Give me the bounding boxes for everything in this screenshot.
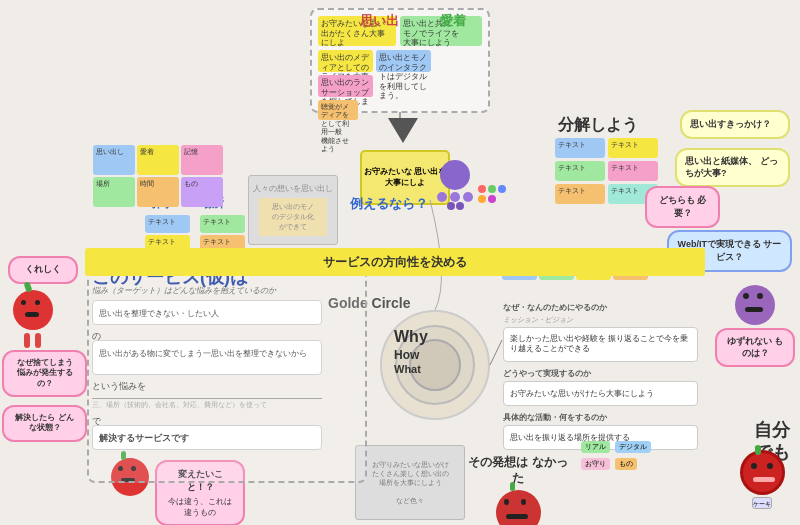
s4: テキスト: [200, 215, 245, 233]
callout-kaiketsu: 解決したら どんな状態？: [2, 405, 87, 442]
sticky-top4: 聴覚がメディアをとして利用一般機能させよう: [318, 100, 358, 120]
tag-mono: もの: [615, 458, 637, 470]
callout-dochiramo: どちらも 必要？: [645, 186, 720, 228]
sb3: テキスト: [555, 161, 605, 181]
sticky-top1: 思い出のメディアとしてのライフを大事: [318, 50, 373, 72]
left-stickies-cluster: 思い出し 愛着 記憶 場所 時間 もの: [93, 145, 233, 207]
naze-label: なぜ捨てしまう 悩みが発生するの？: [17, 358, 73, 388]
arrow-down: [388, 118, 418, 143]
yuzu-text: ゆずれない ものは？: [727, 336, 784, 358]
svg-line-1: [490, 340, 502, 365]
why-mission: ミッション・ビジョン: [503, 315, 703, 325]
how-q2: どうやって実現するのか: [503, 368, 703, 379]
ls5: 時間: [137, 177, 179, 207]
aicha-label: 愛着: [440, 12, 466, 30]
why-label: Why: [394, 328, 428, 346]
tag-omamori: お守り: [581, 458, 610, 470]
yuzurenai-callout: ゆずれない ものは？: [715, 328, 795, 367]
ls4: 場所: [93, 177, 135, 207]
q3-text: どちらも 必要？: [659, 195, 707, 218]
ls3: 記憶: [181, 145, 223, 175]
sb2: テキスト: [608, 138, 658, 158]
service-banner: サービスの方向性を決める: [85, 248, 705, 276]
yuzurenai-area: ゆずれない ものは？: [715, 285, 795, 367]
s1: テキスト: [145, 215, 190, 233]
bottom-title: その発想は なかった: [468, 455, 567, 485]
banner-text: サービスの方向性を決める: [323, 254, 467, 271]
sticky-top2: 思い出とモノのインタラクトはデジタルを利用してしまう。: [376, 50, 431, 72]
ls6: もの: [181, 177, 223, 207]
omoide-label: 思い出: [360, 12, 399, 30]
sonohassoha-text: その発想は なかった: [468, 455, 568, 486]
q1-text: 思い出すきっかけ？: [690, 119, 771, 129]
what-q3: 具体的な活動・何をするのか: [503, 412, 703, 423]
sonohassoha-area: その発想は なかった: [468, 455, 568, 525]
how-ans-text: お守みたいな思いがけたら大事にしよう: [510, 389, 654, 398]
bottom-photo: お守りみたいな思いがけたくさん楽しく想い出の場所を大事にしようなど色々: [355, 445, 465, 520]
what-label: What: [394, 363, 421, 375]
kaetai-sub: 今は違う、これは違うもの: [165, 496, 235, 518]
callout-omoide-media: 思い出と紙媒体、 どっちが大事?: [675, 148, 790, 187]
why-ans-text: 楽しかった思い出や経験を 振り返ることで今を乗り越えることができる: [510, 334, 688, 353]
callout-naze: なぜ捨てしまう 悩みが発生するの？: [2, 350, 87, 397]
tag-real: リアル: [581, 441, 610, 453]
why-answer: 楽しかった思い出や経験を 振り返ることで今を乗り越えることができる: [503, 327, 698, 362]
image-placeholder: 人々の想いを思い出し 思い出のモノのデジタル化ができて: [248, 175, 338, 245]
tag-digital: デジタル: [615, 441, 651, 453]
character-tomato-left: [5, 290, 60, 350]
why-q1: なぜ・なんのためにやるのか: [503, 302, 703, 313]
ls2: 愛着: [137, 145, 179, 175]
q2-text: 思い出と紙媒体、 どっちが大事?: [685, 156, 778, 178]
sticky-top3: 思い出のランサーショップを探してしまう。: [318, 75, 373, 97]
sb4: テキスト: [608, 161, 658, 181]
kaiketsu-label: 解決したら どんな状態？: [15, 413, 73, 432]
callout-omoide-kikkake: 思い出すきっかけ？: [680, 110, 790, 139]
main-canvas: お守みたいな思い出がたくさん大事にしよ 思い出と共にモノでライフを大事にしよう …: [0, 0, 800, 525]
bunkai-title: 分解しよう: [558, 115, 638, 136]
how-label: How: [394, 348, 419, 362]
why-section: なぜ・なんのためにやるのか ミッション・ビジョン 楽しかった思い出や経験を 振り…: [503, 302, 703, 450]
how-answer: お守みたいな思いがけたら大事にしよう: [503, 381, 698, 406]
example-label: 例えるなら？: [350, 195, 428, 213]
character-red-right: ケーキ: [732, 450, 792, 515]
tags-area: リアル デジタル お守り もの: [580, 440, 652, 471]
service-dotted-container: [87, 258, 367, 483]
callout-kureshi: くれしく: [8, 256, 78, 284]
sb5: テキスト: [555, 184, 605, 204]
sb1: テキスト: [555, 138, 605, 158]
character-grape: [430, 160, 480, 215]
ls1: 思い出し: [93, 145, 135, 175]
